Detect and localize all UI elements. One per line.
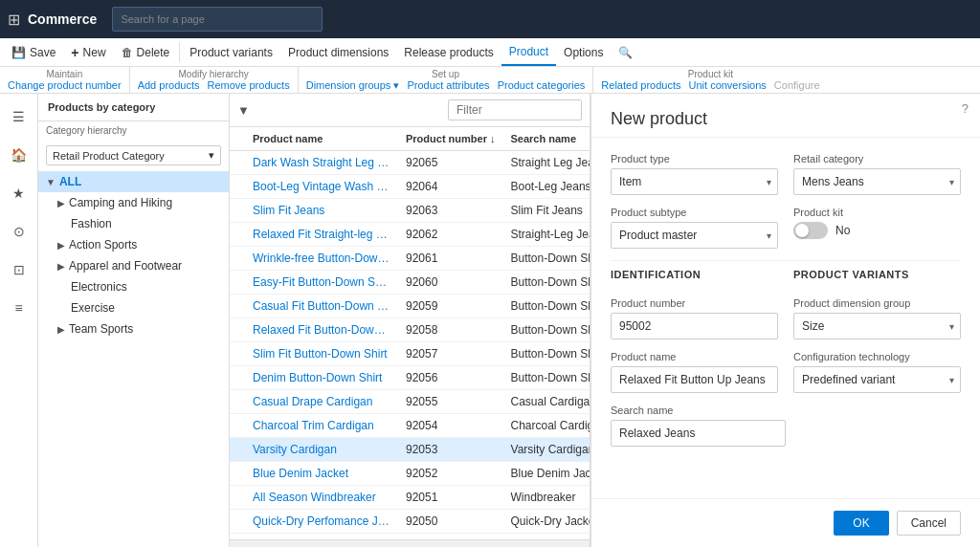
tree-item-apparel[interactable]: ▶ Apparel and Footwear — [38, 255, 229, 276]
ribbon-btn-new[interactable]: + New — [63, 38, 113, 66]
row-product-name[interactable]: Blue Denim Jacket — [245, 462, 398, 486]
row-check[interactable] — [230, 414, 245, 438]
filter-input[interactable] — [448, 99, 582, 120]
row-check[interactable] — [230, 199, 245, 223]
row-check[interactable] — [230, 271, 245, 295]
row-check[interactable] — [230, 295, 245, 318]
sidebar-icon-nav[interactable]: ≡ — [4, 293, 34, 323]
config-tech-select[interactable]: Predefined variant ▾ — [793, 366, 961, 393]
product-categories-link[interactable]: Product categories — [498, 79, 586, 92]
row-check[interactable] — [230, 247, 245, 271]
add-products-link[interactable]: Add products — [138, 79, 200, 91]
row-product-name[interactable]: Slim Fit Jeans — [245, 199, 398, 223]
row-product-name[interactable]: Varsity Cardigan — [245, 438, 398, 462]
retail-category-select[interactable]: Mens Jeans ▾ — [793, 168, 961, 195]
retail-category-select-input[interactable]: Mens Jeans — [802, 175, 952, 188]
row-check[interactable] — [230, 462, 245, 486]
row-product-number: 92058 — [398, 318, 503, 342]
tree-item-exercise[interactable]: Exercise — [38, 297, 229, 318]
row-product-name[interactable]: Boot-Leg Vintage Wash Jeans — [245, 175, 398, 199]
search-bar[interactable]: Search for a page — [112, 7, 323, 32]
dimension-groups-link[interactable]: Dimension groups ▾ — [306, 79, 400, 92]
sidebar-icon-home[interactable]: 🏠 — [4, 140, 34, 170]
row-check[interactable] — [230, 366, 245, 390]
row-product-name[interactable]: All Season Windbreaker — [245, 486, 398, 510]
ribbon-btn-save[interactable]: 💾 Save — [4, 38, 63, 66]
remove-products-link[interactable]: Remove products — [207, 79, 289, 91]
product-number-input[interactable] — [611, 313, 778, 339]
row-product-number: 92065 — [398, 151, 503, 175]
ribbon-btn-search-toggle[interactable]: 🔍 — [611, 38, 640, 66]
sidebar-icon-favorites[interactable]: ★ — [4, 178, 34, 208]
row-check[interactable] — [230, 175, 245, 199]
form-row-3: Product number Product dimension group S… — [611, 297, 961, 339]
row-check[interactable] — [230, 318, 245, 342]
row-check[interactable] — [230, 486, 245, 510]
row-product-name[interactable]: Dark Wash Straight Leg Jeans — [245, 151, 398, 175]
row-product-name[interactable]: Relaxed Fit Straight-leg Jeans — [245, 223, 398, 247]
table-row: Dark Wash Straight Leg Jeans92065Straigh… — [230, 151, 590, 175]
product-subtype-select[interactable]: Product master ▾ — [611, 222, 778, 249]
config-tech-select-input[interactable]: Predefined variant — [802, 373, 952, 386]
row-product-name[interactable]: Casual Drape Cardigan — [245, 390, 398, 414]
row-product-name[interactable]: Wrinkle-free Button-Down Shirt — [245, 247, 398, 271]
product-type-label: Product type — [611, 153, 778, 164]
related-products-link[interactable]: Related products — [601, 79, 680, 91]
ribbon-btn-product-variants[interactable]: Product variants — [182, 38, 280, 66]
product-type-select[interactable]: Item ▾ — [611, 168, 778, 195]
sidebar-icon-recent[interactable]: ⊙ — [4, 216, 34, 247]
change-product-number-link[interactable]: Change product number — [8, 79, 122, 91]
sidebar-icon-workspaces[interactable]: ⊡ — [4, 254, 34, 285]
product-name-input[interactable] — [611, 366, 778, 393]
cancel-button[interactable]: Cancel — [897, 511, 961, 536]
row-check[interactable] — [230, 438, 245, 462]
help-icon[interactable]: ? — [962, 101, 969, 116]
tree-item-all[interactable]: ▼ ALL — [38, 171, 229, 192]
product-dimension-group-label: Product dimension group — [793, 297, 961, 309]
row-product-number: 92064 — [398, 175, 503, 199]
dimension-group-select[interactable]: Size ▾ — [793, 313, 961, 339]
tree-item-electronics[interactable]: Electronics — [38, 276, 229, 297]
row-product-name[interactable]: Casual Fit Button-Down Shirt — [245, 295, 398, 318]
product-type-select-input[interactable]: Item — [619, 175, 769, 188]
category-dropdown[interactable]: Retail Product Category ▾ — [46, 145, 221, 165]
row-check[interactable] — [230, 151, 245, 175]
row-product-name[interactable]: Relaxed Fit Button-Down Shirt — [245, 318, 398, 342]
row-check[interactable] — [230, 510, 245, 534]
tree-arrow-action: ▶ — [57, 240, 65, 251]
th-product-name[interactable]: Product name — [245, 127, 398, 151]
tree-item-action-sports[interactable]: ▶ Action Sports — [38, 234, 229, 255]
row-product-name[interactable]: Quick-Dry Perfomance Jacket — [245, 510, 398, 534]
product-attributes-link[interactable]: Product attributes — [407, 79, 489, 92]
horizontal-scrollbar[interactable] — [230, 539, 590, 547]
product-kit-toggle[interactable] — [793, 222, 828, 239]
row-product-number: 92056 — [398, 366, 503, 390]
divider-1 — [611, 260, 961, 261]
th-search-name[interactable]: Search name — [503, 127, 590, 151]
ok-button[interactable]: OK — [834, 511, 888, 536]
tree-item-camping[interactable]: ▶ Camping and Hiking — [38, 192, 229, 213]
row-product-number: 92062 — [398, 223, 503, 247]
ribbon-btn-release-products[interactable]: Release products — [396, 38, 501, 66]
row-product-name[interactable]: Denim Button-Down Shirt — [245, 366, 398, 390]
row-check[interactable] — [230, 342, 245, 366]
row-product-name[interactable]: Charcoal Trim Cardigan — [245, 414, 398, 438]
sidebar-icon-menu[interactable]: ☰ — [4, 101, 34, 132]
ribbon-btn-options[interactable]: Options — [556, 38, 611, 66]
product-variants-title: PRODUCT VARIANTS — [793, 269, 961, 280]
th-product-number[interactable]: Product number ↓ — [398, 127, 503, 151]
row-check[interactable] — [230, 390, 245, 414]
ribbon-btn-product[interactable]: Product — [501, 38, 556, 66]
search-name-input[interactable] — [611, 420, 786, 447]
row-product-name[interactable]: Easy-Fit Button-Down Shirt — [245, 271, 398, 295]
unit-conversions-link[interactable]: Unit conversions — [689, 79, 767, 91]
tree-item-team-sports[interactable]: ▶ Team Sports — [38, 318, 229, 339]
ribbon-btn-product-dimensions[interactable]: Product dimensions — [280, 38, 396, 66]
tree-item-fashion[interactable]: Fashion — [38, 213, 229, 234]
dimension-group-select-input[interactable]: Size — [802, 319, 952, 333]
grid-icon[interactable]: ⊞ — [8, 11, 20, 29]
row-check[interactable] — [230, 223, 245, 247]
product-subtype-select-input[interactable]: Product master — [619, 229, 769, 242]
ribbon-btn-delete[interactable]: 🗑 Delete — [114, 38, 178, 66]
row-product-name[interactable]: Slim Fit Button-Down Shirt — [245, 342, 398, 366]
